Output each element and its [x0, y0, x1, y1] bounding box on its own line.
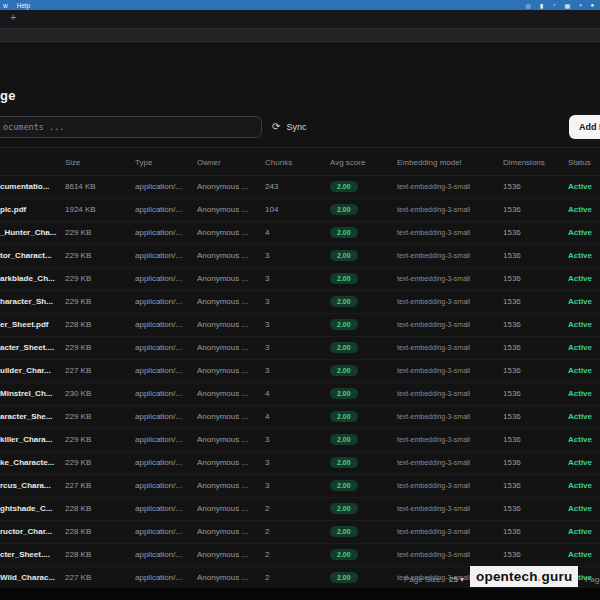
avg-score-badge: 2.00: [330, 526, 358, 537]
document-name: _Hunter_Cha...: [0, 222, 62, 244]
status-label: Active: [568, 544, 592, 566]
embedding-model: text-embedding-3-small: [397, 383, 470, 405]
table-row[interactable]: killer_Chara...229 KBapplication/...Anon…: [0, 429, 600, 452]
document-owner: Anonymous ...: [197, 291, 248, 313]
document-size: 229 KB: [65, 268, 91, 290]
battery-icon[interactable]: ▮: [540, 2, 543, 9]
table-row[interactable]: arkblade_Ch...229 KBapplication/...Anony…: [0, 268, 600, 291]
avg-score-badge: 2.00: [330, 204, 358, 215]
document-type: application/...: [135, 521, 182, 543]
document-chunks: 3: [265, 475, 269, 497]
avg-score-badge: 2.00: [330, 342, 358, 353]
document-name: haracter_Sh...: [0, 291, 62, 313]
avg-score-badge: 2.00: [330, 411, 358, 422]
document-type: application/...: [135, 176, 182, 198]
new-tab-button[interactable]: +: [10, 11, 16, 23]
table-row[interactable]: acter_Sheet....229 KBapplication/...Anon…: [0, 337, 600, 360]
avg-score-badge: 2.00: [330, 319, 358, 330]
document-size: 1924 KB: [65, 199, 96, 221]
embedding-model: text-embedding-3-small: [397, 452, 470, 474]
table-row[interactable]: uilder_Char...227 KBapplication/...Anony…: [0, 360, 600, 383]
document-owner: Anonymous ...: [197, 452, 248, 474]
sync-button-label: Sync: [286, 122, 306, 132]
table-row[interactable]: haracter_Sh...229 KBapplication/...Anony…: [0, 291, 600, 314]
document-owner: Anonymous ...: [197, 544, 248, 566]
document-owner: Anonymous ...: [197, 222, 248, 244]
sync-button[interactable]: ⟳ Sync: [266, 117, 312, 137]
add-knowledge-button[interactable]: Add K: [569, 115, 600, 139]
status-label: Active: [568, 521, 592, 543]
screen: w Help ◎▮◔▦▪● + ge ocuments ... ⟳ Sync A…: [0, 0, 600, 600]
table-row[interactable]: ke_Characte...229 KBapplication/...Anony…: [0, 452, 600, 475]
page-indicator: Page 1: [585, 575, 600, 584]
document-size: 228 KB: [65, 314, 91, 336]
document-owner: Anonymous ...: [197, 199, 248, 221]
document-size: 228 KB: [65, 544, 91, 566]
table-row[interactable]: er_Sheet.pdf228 KBapplication/...Anonymo…: [0, 314, 600, 337]
indicator-icon[interactable]: ▪: [579, 2, 581, 8]
table-row[interactable]: pic.pdf1924 KBapplication/...Anonymous .…: [0, 199, 600, 222]
document-type: application/...: [135, 314, 182, 336]
clock-icon[interactable]: ◔: [552, 2, 556, 8]
avg-score-badge: 2.00: [330, 434, 358, 445]
table-row[interactable]: _Hunter_Cha...229 KBapplication/...Anony…: [0, 222, 600, 245]
embedding-model: text-embedding-3-small: [397, 291, 470, 313]
embedding-model: text-embedding-3-small: [397, 521, 470, 543]
globe-icon[interactable]: ●: [590, 2, 594, 8]
avg-score-badge: 2.00: [330, 549, 358, 560]
network-icon[interactable]: ▦: [565, 2, 571, 9]
document-name: cter_Sheet....: [0, 544, 62, 566]
avg-score-badge: 2.00: [330, 181, 358, 192]
avg-score-badge: 2.00: [330, 457, 358, 468]
avg-score-badge: 2.00: [330, 250, 358, 261]
page-size-select[interactable]: 25 ▾: [449, 575, 464, 584]
menu-item-help[interactable]: Help: [17, 2, 30, 9]
column-header-size: Size: [65, 158, 81, 167]
table-row[interactable]: aracter_She...229 KBapplication/...Anony…: [0, 406, 600, 429]
document-chunks: 2: [265, 521, 269, 543]
document-chunks: 104: [265, 199, 278, 221]
document-owner: Anonymous ...: [197, 337, 248, 359]
avg-score-badge: 2.00: [330, 319, 358, 330]
document-chunks: 3: [265, 429, 269, 451]
table-row[interactable]: tor_Charact...229 KBapplication/...Anony…: [0, 245, 600, 268]
dimensions-value: 1536: [503, 291, 521, 313]
document-size: 228 KB: [65, 521, 91, 543]
table-header-row: SizeTypeOwnerChunksAvg scoreEmbedding mo…: [0, 153, 600, 176]
table-row[interactable]: cter_Sheet....228 KBapplication/...Anony…: [0, 544, 600, 567]
status-label: Active: [568, 360, 592, 382]
document-name: cumentatio...: [0, 176, 62, 198]
document-name: acter_Sheet....: [0, 337, 62, 359]
avg-score-badge: 2.00: [330, 503, 358, 514]
table-row[interactable]: cumentatio...8614 KBapplication/...Anony…: [0, 176, 600, 199]
document-name: ghtshade_C...: [0, 498, 62, 520]
table-row[interactable]: rcus_Chara...227 KBapplication/...Anonym…: [0, 475, 600, 498]
document-chunks: 4: [265, 222, 269, 244]
table-row[interactable]: ructor_Char...228 KBapplication/...Anony…: [0, 521, 600, 544]
avg-score-badge: 2.00: [330, 204, 358, 215]
avg-score-badge: 2.00: [330, 503, 358, 514]
avg-score-badge: 2.00: [330, 549, 358, 560]
search-placeholder: ocuments ...: [3, 122, 64, 132]
document-name: pic.pdf: [0, 199, 62, 221]
menu-item-view[interactable]: w: [3, 2, 8, 9]
avg-score-badge: 2.00: [330, 273, 358, 284]
avg-score-badge: 2.00: [330, 227, 358, 238]
document-chunks: 3: [265, 268, 269, 290]
status-label: Active: [568, 452, 592, 474]
gear-icon[interactable]: ◎: [525, 2, 530, 9]
status-label: Active: [568, 429, 592, 451]
embedding-model: text-embedding-3-small: [397, 222, 470, 244]
dimensions-value: 1536: [503, 521, 521, 543]
embedding-model: text-embedding-3-small: [397, 245, 470, 267]
document-name: tor_Charact...: [0, 245, 62, 267]
document-chunks: 4: [265, 406, 269, 428]
table-row[interactable]: Minstrel_Ch...230 KBapplication/...Anony…: [0, 383, 600, 406]
embedding-model: text-embedding-3-small: [397, 429, 470, 451]
embedding-model: text-embedding-3-small: [397, 176, 470, 198]
dimensions-value: 1536: [503, 268, 521, 290]
document-name: aracter_She...: [0, 406, 62, 428]
embedding-model: text-embedding-3-small: [397, 544, 470, 566]
document-type: application/...: [135, 199, 182, 221]
table-row[interactable]: ghtshade_C...228 KBapplication/...Anonym…: [0, 498, 600, 521]
